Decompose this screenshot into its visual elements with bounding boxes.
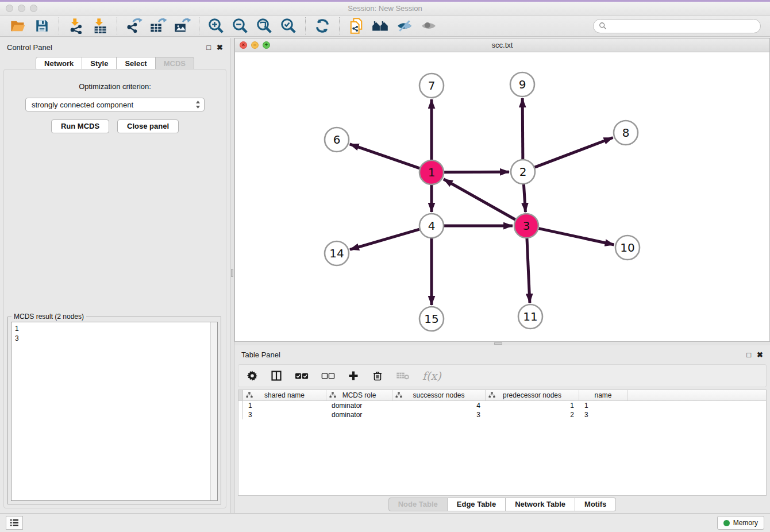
column-header-name[interactable]: name xyxy=(579,390,627,400)
table-cell[interactable]: 1 xyxy=(486,401,579,410)
node-label-4: 4 xyxy=(428,219,436,233)
network-canvas[interactable]: 7968124314101511 xyxy=(235,52,769,341)
export-table-icon[interactable] xyxy=(148,17,168,35)
show-all-icon[interactable] xyxy=(419,17,438,35)
table-cell[interactable]: dominator xyxy=(326,410,392,419)
node-label-3: 3 xyxy=(523,219,530,233)
table-cell[interactable]: 3 xyxy=(243,410,326,419)
node-label-1: 1 xyxy=(428,165,436,179)
maximize-window-button[interactable] xyxy=(30,5,37,12)
memory-button[interactable]: Memory xyxy=(717,516,764,530)
table-cell[interactable]: 1 xyxy=(579,401,627,410)
zoom-in-icon[interactable] xyxy=(206,17,226,35)
zoom-selected-icon[interactable] xyxy=(279,17,298,35)
table-body: 1dominator4113dominator323 xyxy=(238,401,766,419)
hide-selected-icon[interactable] xyxy=(395,17,414,35)
table-cell[interactable]: 1 xyxy=(243,401,326,410)
status-bar: Memory xyxy=(0,513,770,532)
edge-2-3[interactable] xyxy=(523,184,525,212)
zoom-out-icon[interactable] xyxy=(230,17,250,35)
network-maximize-button[interactable]: + xyxy=(263,41,270,49)
edge-2-8[interactable] xyxy=(535,138,613,168)
list-icon xyxy=(10,519,19,527)
table-panel: Table Panel □ ✖ xyxy=(234,345,770,513)
new-network-from-selection-icon[interactable] xyxy=(346,17,366,35)
function-builder-icon: f(x) xyxy=(422,369,441,382)
refresh-layout-icon[interactable] xyxy=(313,17,332,35)
optimization-criterion-select[interactable]: strongly connected component xyxy=(25,98,205,111)
column-header-predecessor-nodes[interactable]: predecessor nodes xyxy=(486,390,579,400)
edge-4-14[interactable] xyxy=(350,229,419,249)
delete-column-trash-icon[interactable] xyxy=(372,370,383,381)
select-stepper-icon xyxy=(195,100,201,109)
table-cell[interactable]: dominator xyxy=(326,401,392,410)
divider-grip[interactable] xyxy=(231,269,233,277)
title-bar: Session: New Session xyxy=(0,2,770,16)
vertical-split-divider[interactable] xyxy=(230,38,234,513)
edge-1-6[interactable] xyxy=(350,144,420,168)
search-input[interactable] xyxy=(610,22,755,30)
mcds-result-scrollbar[interactable] xyxy=(210,322,217,500)
table-row[interactable]: 3dominator323 xyxy=(238,410,766,419)
network-window-title: scc.txt xyxy=(235,41,769,49)
application-window: Session: New Session xyxy=(0,0,770,532)
control-panel-title: Control Panel xyxy=(7,43,52,52)
save-session-icon[interactable] xyxy=(32,17,52,35)
column-header-shared-name[interactable]: shared name xyxy=(243,390,326,400)
mcds-tab-content: Optimization criterion: strongly connect… xyxy=(3,69,226,508)
divider-grip[interactable] xyxy=(494,342,502,345)
table-panel-float-icon[interactable]: □ xyxy=(746,351,751,358)
select-all-icon[interactable] xyxy=(295,371,309,380)
column-header-MCDS-role[interactable]: MCDS role xyxy=(326,390,392,400)
tab-motifs[interactable]: Motifs xyxy=(575,498,616,511)
open-session-icon[interactable] xyxy=(8,17,28,35)
table-panel-close-icon[interactable]: ✖ xyxy=(757,351,763,358)
table-cell[interactable]: 4 xyxy=(392,401,486,410)
table-cell[interactable]: 2 xyxy=(486,410,579,419)
toolbar-separator xyxy=(117,17,117,34)
settings-gear-icon[interactable] xyxy=(247,370,258,381)
import-table-icon[interactable] xyxy=(90,17,110,35)
table-cell[interactable]: 3 xyxy=(579,410,627,419)
mcds-result-list: 1 3 xyxy=(11,322,210,500)
control-panel-close-icon[interactable]: ✖ xyxy=(217,44,223,51)
column-header-successor-nodes[interactable]: successor nodes xyxy=(392,390,486,400)
tab-network-table[interactable]: Network Table xyxy=(506,498,575,511)
table-panel-title: Table Panel xyxy=(241,350,280,359)
close-window-button[interactable] xyxy=(6,5,13,12)
add-column-icon[interactable] xyxy=(348,370,359,381)
table-row[interactable]: 1dominator411 xyxy=(238,401,766,410)
zoom-fit-icon[interactable] xyxy=(255,17,274,35)
edge-3-10[interactable] xyxy=(539,229,614,245)
export-network-icon[interactable] xyxy=(124,17,144,35)
tab-node-table[interactable]: Node Table xyxy=(388,498,448,511)
minimize-window-button[interactable] xyxy=(18,5,25,12)
node-label-15: 15 xyxy=(424,312,438,326)
edge-2-9[interactable] xyxy=(522,98,523,159)
import-network-icon[interactable] xyxy=(66,17,86,35)
tab-edge-table[interactable]: Edge Table xyxy=(448,498,506,511)
node-table: shared nameMCDS rolesuccessor nodesprede… xyxy=(238,390,767,496)
edge-1-2[interactable] xyxy=(444,172,509,172)
first-neighbors-icon[interactable] xyxy=(371,17,390,35)
close-panel-button[interactable]: Close panel xyxy=(117,119,179,133)
network-minimize-button[interactable]: − xyxy=(251,41,259,49)
control-panel-float-icon[interactable]: □ xyxy=(206,44,211,51)
network-view-window: × − + scc.txt 7968124314101511 xyxy=(234,38,770,342)
search-icon xyxy=(599,22,607,30)
network-close-button[interactable]: × xyxy=(240,41,247,49)
node-label-2: 2 xyxy=(519,165,527,179)
edge-3-11[interactable] xyxy=(527,238,530,303)
task-history-button[interactable] xyxy=(6,516,23,530)
mcds-result-title: MCDS result (2 nodes) xyxy=(11,313,86,321)
run-mcds-button[interactable]: Run MCDS xyxy=(51,119,109,133)
deselect-all-icon[interactable] xyxy=(321,371,335,380)
attribute-type-icon xyxy=(329,392,336,400)
table-cell[interactable]: 3 xyxy=(392,410,486,419)
attribute-type-icon xyxy=(246,392,253,400)
window-title: Session: New Session xyxy=(0,4,770,13)
export-image-icon[interactable] xyxy=(172,17,192,35)
toolbar-separator xyxy=(59,17,59,34)
edge-3-1[interactable] xyxy=(444,179,515,219)
split-panel-icon[interactable] xyxy=(271,370,282,381)
